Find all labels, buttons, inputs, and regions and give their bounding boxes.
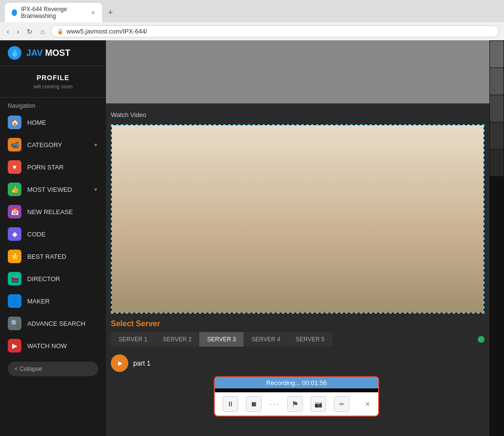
recording-title: Recording... 00:01:56	[215, 377, 378, 388]
pause-button[interactable]: ⏸	[223, 396, 238, 412]
home-button[interactable]: ⌂	[38, 27, 46, 36]
code-icon: ◆	[8, 227, 21, 241]
pencil-button[interactable]: ✏	[334, 396, 349, 412]
category-icon: 📹	[8, 138, 21, 151]
right-thumb-1	[490, 41, 504, 67]
search-icon: 🔍	[8, 317, 21, 330]
watchnow-icon: ▶	[8, 339, 21, 352]
back-button[interactable]: ‹	[5, 27, 11, 36]
server-tab-2[interactable]: SERVER 2	[155, 332, 199, 347]
category-arrow-icon: ▼	[93, 142, 98, 148]
tab-bar: IPX-644 Revenge Brainwashing ✕ +	[0, 0, 504, 22]
server-select-label: Select Server	[111, 319, 485, 328]
sidebar-item-director[interactable]: 🎬 DIRECTOR	[0, 268, 106, 290]
tab-title: IPX-644 Revenge Brainwashing	[21, 6, 87, 19]
watch-video-label: Watch Video	[111, 108, 485, 121]
right-thumb-2	[490, 68, 504, 95]
sidebar-item-search[interactable]: 🔍 ADVANCE SEARCH	[0, 312, 106, 335]
forward-button[interactable]: ›	[15, 27, 21, 36]
part-play-button[interactable]	[111, 354, 128, 372]
sidebar-item-category[interactable]: 📹 CATEGORY ▼	[0, 134, 106, 156]
newrelease-icon: 📅	[8, 205, 21, 218]
sidebar-item-code-label: CODE	[27, 231, 98, 238]
stop-button[interactable]: ⏹	[246, 396, 261, 412]
logo-text: JAV MOST	[26, 48, 70, 58]
sidebar: 💧 JAV MOST PROFILE will coming soon Navi…	[0, 40, 106, 436]
close-recording-button[interactable]: ✕	[365, 401, 370, 408]
sidebar-item-watchnow-label: WATCH NOW	[27, 342, 98, 350]
profile-title: PROFILE	[8, 74, 98, 82]
tab-close-icon[interactable]: ✕	[91, 10, 95, 16]
server-tab-1[interactable]: SERVER 1	[111, 332, 155, 347]
logo-part1: JAV	[26, 48, 43, 58]
lock-icon: 🔒	[57, 28, 64, 34]
sidebar-item-maker-label: MAKER	[27, 298, 98, 305]
home-icon: 🏠	[8, 116, 21, 129]
right-thumb-3	[490, 95, 504, 122]
nav-section-label: Navigation	[0, 98, 106, 111]
mostviewed-arrow-icon: ▼	[93, 187, 98, 192]
right-thumb-4	[490, 122, 504, 149]
right-thumb-5	[490, 150, 504, 176]
part-row: part 1	[111, 351, 485, 376]
logo-icon: 💧	[8, 46, 21, 60]
server-status-dot	[478, 336, 485, 343]
active-tab[interactable]: IPX-644 Revenge Brainwashing ✕	[5, 3, 102, 22]
sidebar-item-pornstar-label: PORN STAR	[27, 164, 98, 171]
browser-chrome: IPX-644 Revenge Brainwashing ✕ + ‹ › ↻ ⌂…	[0, 0, 504, 40]
sidebar-item-mostviewed[interactable]: 👍 MOST VIEWED ▼	[0, 178, 106, 201]
server-select: Select Server SERVER 1 SERVER 2 SERVER 3…	[111, 314, 485, 351]
address-bar: ‹ › ↻ ⌂ 🔒 www5.javmost.com/IPX-644/	[0, 22, 504, 40]
sidebar-item-director-label: DIRECTOR	[27, 275, 98, 283]
sidebar-item-pornstar[interactable]: ♥ PORN STAR	[0, 156, 106, 178]
video-scene: IPPA 010054 アイポケ	[112, 125, 484, 313]
new-tab-button[interactable]: +	[104, 6, 117, 20]
sidebar-item-category-label: CATEGORY	[27, 141, 87, 149]
url-text: www5.javmost.com/IPX-644/	[67, 28, 147, 35]
director-icon: 🎬	[8, 272, 21, 285]
sidebar-item-code[interactable]: ◆ CODE	[0, 223, 106, 245]
recording-tools: ⏸ ⏹ ··· ⚑ 📷 ✏ ✕	[215, 392, 378, 416]
top-gray-bar	[106, 40, 489, 103]
sidebar-item-bestrated-label: BEST RATED	[27, 253, 98, 260]
sidebar-header: 💧 JAV MOST	[0, 40, 106, 66]
camera-button[interactable]: 📷	[311, 396, 326, 412]
sidebar-item-watchnow[interactable]: ▶ WATCH NOW	[0, 335, 106, 357]
recording-overlay: Recording... 00:01:56 ⏸ ⏹ ··· ⚑ 📷 ✏ ✕	[214, 376, 379, 417]
server-tab-4[interactable]: SERVER 4	[243, 332, 288, 347]
sidebar-item-home[interactable]: 🏠 HOME	[0, 111, 106, 134]
scene-background	[112, 125, 484, 313]
sidebar-item-mostviewed-label: MOST VIEWED	[27, 186, 87, 193]
tab-favicon	[12, 9, 17, 16]
logo-part2: MOST	[43, 48, 70, 58]
sidebar-item-bestrated[interactable]: ⭐ BEST RATED	[0, 245, 106, 268]
profile-subtitle: will coming soon	[8, 84, 98, 89]
right-sidebar	[489, 40, 504, 436]
server-tab-3[interactable]: SERVER 3	[199, 332, 243, 347]
maker-icon: 👤	[8, 294, 21, 308]
reload-button[interactable]: ↻	[25, 27, 35, 36]
sidebar-item-newrelease-label: NEW RELEASE	[27, 208, 98, 216]
url-bar[interactable]: 🔒 www5.javmost.com/IPX-644/	[51, 25, 499, 37]
bestrated-icon: ⭐	[8, 250, 21, 263]
video-container[interactable]: IPPA 010054 アイポケ	[111, 124, 485, 314]
sidebar-item-newrelease[interactable]: 📅 NEW RELEASE	[0, 201, 106, 223]
nav-items: 🏠 HOME 📹 CATEGORY ▼ ♥ PORN STAR 👍 MOST V…	[0, 111, 106, 357]
server-tab-5[interactable]: SERVER 5	[288, 332, 332, 347]
sidebar-item-search-label: ADVANCE SEARCH	[27, 320, 98, 327]
mostviewed-icon: 👍	[8, 183, 21, 196]
server-tabs: SERVER 1 SERVER 2 SERVER 3 SERVER 4 SERV…	[111, 332, 485, 347]
flag-button[interactable]: ⚑	[287, 396, 303, 412]
sidebar-item-home-label: HOME	[27, 119, 98, 126]
collapse-button[interactable]: < Collapse	[8, 362, 98, 376]
more-options-button[interactable]: ···	[269, 399, 279, 409]
video-section: Watch Video	[106, 103, 489, 381]
part-label: part 1	[133, 359, 151, 367]
pornstar-icon: ♥	[8, 160, 21, 174]
profile-section: PROFILE will coming soon	[0, 66, 106, 98]
sidebar-item-maker[interactable]: 👤 MAKER	[0, 290, 106, 312]
logo-droplet: 💧	[11, 49, 19, 57]
